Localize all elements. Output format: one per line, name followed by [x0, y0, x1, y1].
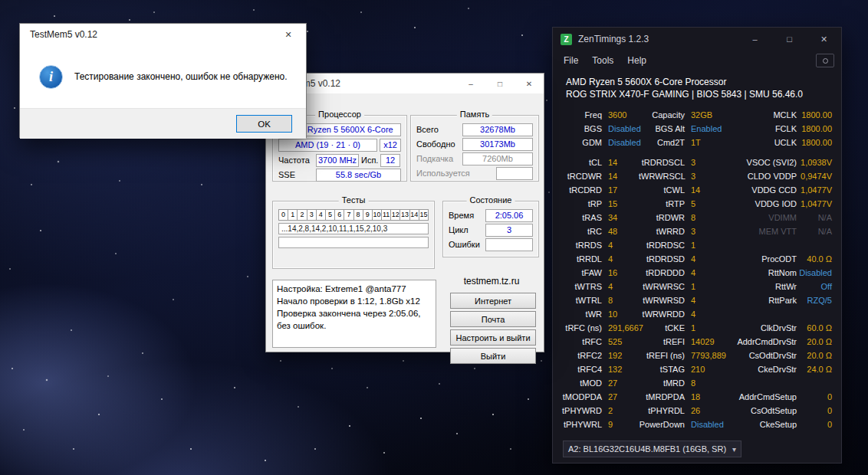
menu-tools[interactable]: Tools — [585, 52, 620, 69]
timing-label: tPHYWRD — [562, 404, 602, 418]
timing-value: 0 — [797, 404, 832, 418]
timing-value: 20.0 Ω — [797, 349, 832, 362]
test-cell: 15 — [419, 209, 429, 221]
timing-value: 1,0477V — [797, 183, 832, 197]
timing-value: 20.0 Ω — [797, 335, 832, 349]
memory-group-label: Память — [457, 110, 492, 119]
timing-label: tRFC (ns) — [562, 321, 602, 335]
timing-label: tREFI (ns) — [639, 349, 685, 362]
timing-value: Disabled — [797, 266, 832, 280]
dialog-body: i Тестирование закончено, ошибок не обна… — [20, 45, 306, 108]
timing-value: 27 — [602, 390, 639, 404]
timing-value: 18 — [685, 390, 734, 404]
timing-label: VDIMM — [734, 211, 797, 224]
tests-group: Тесты 0123456789101112131415 ...14,2,8,1… — [272, 201, 435, 269]
memory-group: Память Всего 32678Mb Свободно 30173Mb По… — [410, 115, 539, 182]
maximize-icon[interactable]: □ — [485, 74, 515, 93]
memory-total-field: 32678Mb — [462, 123, 533, 136]
timing-label: Cmd2T — [639, 136, 685, 149]
timing-value: 1 — [685, 280, 734, 293]
timing-label: Capacity — [639, 108, 685, 122]
timings-row: tCL14tRDRDSCL3VSOC (SVI2)1,0938V — [553, 156, 841, 169]
window-controls: – □ ✕ — [738, 28, 841, 51]
cpu-name-line: AMD Ryzen 5 5600X 6-Core Processor — [566, 76, 833, 88]
close-icon[interactable]: ✕ — [807, 28, 841, 51]
dialog-titlebar[interactable]: TestMem5 v0.12 ✕ — [20, 24, 306, 45]
timing-value: 132 — [602, 362, 639, 376]
timings-row: tWTRS4tWRWRSC1RttWrOff — [553, 280, 841, 293]
timing-value: 1 — [685, 321, 734, 335]
timing-label: tRRDS — [562, 238, 602, 252]
configure-exit-button[interactable]: Настроить и выйти — [450, 329, 536, 346]
timings-row: tRFC4132tSTAG210CkeDrvStr24.0 Ω — [553, 362, 841, 376]
used-threads-field: 12 — [380, 154, 400, 167]
timing-label: tRFC4 — [562, 362, 602, 376]
exit-button[interactable]: Выйти — [450, 348, 536, 364]
timing-label: RttNom — [734, 266, 797, 280]
sse-field: 55.8 sec/Gb — [316, 169, 401, 182]
timing-value — [797, 376, 832, 390]
timing-label: ProcODT — [734, 252, 797, 266]
timing-value: 1 — [685, 238, 734, 252]
timings-table: Freq3600Capacity32GBMCLK1800.00BGSDisabl… — [553, 107, 841, 431]
timing-label: tWRWRSCL — [639, 169, 685, 183]
timing-label: MCLK — [734, 108, 797, 122]
timing-label: tRDRDSD — [639, 252, 685, 266]
timing-label: tRC — [562, 224, 602, 238]
timing-label: RttPark — [734, 293, 797, 307]
timing-value: 0,9474V — [797, 169, 832, 183]
timing-label: UCLK — [734, 136, 797, 149]
menu-help[interactable]: Help — [620, 52, 653, 69]
zentimings-titlebar[interactable]: Z ZenTimings 1.2.3 – □ ✕ — [553, 28, 841, 51]
test-sequence-field-2 — [278, 237, 429, 248]
timings-row: tPHYWRD2tPHYRDL26CsOdtSetup0 — [553, 404, 841, 418]
timing-value: 1,0938V — [797, 156, 832, 169]
zentimings-menubar: File Tools Help — [553, 51, 841, 70]
dimm-select[interactable]: A2: BL16G32C16U4B.M8FB1 (16GB, SR) ▾ — [563, 441, 741, 457]
timing-value: 1,0477V — [797, 197, 832, 211]
maximize-icon[interactable]: □ — [772, 28, 807, 51]
used-threads-label: Исп. — [361, 154, 378, 167]
time-field: 2:05.06 — [485, 209, 533, 222]
timing-value: 9 — [602, 418, 639, 431]
timing-value: Disabled — [602, 136, 639, 149]
timing-value: 3 — [685, 156, 734, 169]
timing-label: AddrCmdDrvStr — [734, 335, 797, 349]
internet-button[interactable]: Интернет — [450, 293, 536, 309]
timings-row: tRFC (ns)291,6667tCKE1ClkDrvStr60.0 Ω — [553, 321, 841, 335]
test-cells: 0123456789101112131415 — [278, 209, 429, 221]
log-line: Настройка: Extreme1 @anta777 — [277, 283, 432, 295]
timing-value: 291,6667 — [602, 321, 639, 335]
timing-value: 4 — [602, 280, 639, 293]
menu-file[interactable]: File — [557, 52, 585, 69]
ok-button[interactable]: OK — [236, 115, 292, 133]
timing-label — [734, 307, 797, 321]
timing-label: tCWL — [639, 183, 685, 197]
timing-value: 14 — [685, 183, 734, 197]
timing-value: 1800.00 — [797, 136, 832, 149]
timing-label: BGS Alt — [639, 122, 685, 136]
screenshot-button[interactable] — [816, 54, 834, 67]
timing-value: 4 — [685, 307, 734, 321]
sse-label: SSE — [278, 169, 314, 182]
minimize-icon[interactable]: – — [738, 28, 772, 51]
cycle-label: Цикл — [449, 224, 483, 237]
log-line: без ошибок. — [277, 319, 432, 332]
memory-free-field: 30173Mb — [462, 138, 533, 151]
timings-row: tMODPDA27tMRDPDA18AddrCmdSetup0 — [553, 390, 841, 404]
close-icon[interactable]: ✕ — [515, 74, 544, 93]
timing-value: 3 — [685, 224, 734, 238]
close-icon[interactable]: ✕ — [271, 24, 306, 45]
dialog-title: TestMem5 v0.12 — [30, 29, 97, 40]
timing-label: tRTP — [639, 197, 685, 211]
timing-label: tSTAG — [639, 362, 685, 376]
minimize-icon[interactable]: – — [456, 74, 485, 93]
timing-label: tFAW — [562, 266, 602, 280]
mail-button[interactable]: Почта — [450, 311, 536, 327]
dialog-footer: OK — [20, 108, 306, 139]
action-buttons: Интернет Почта Настроить и выйти Выйти — [450, 293, 536, 364]
timing-label: tRDRDDD — [639, 266, 685, 280]
website-label: testmem.tz.ru — [444, 276, 539, 287]
timing-label: tPHYRDL — [639, 404, 685, 418]
testmem-titlebar[interactable]: TestMem5 v0.12 – □ ✕ — [266, 74, 544, 93]
